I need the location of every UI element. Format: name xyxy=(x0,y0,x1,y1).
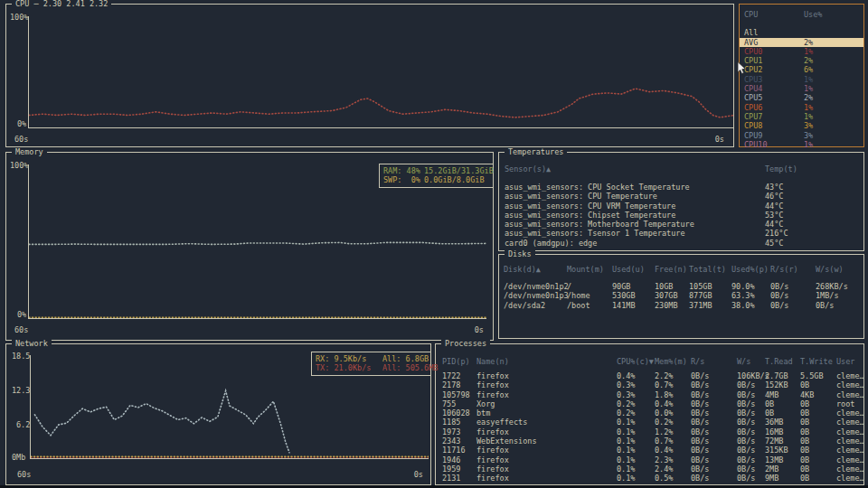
proc-col-twrite[interactable]: T.Write xyxy=(800,357,836,366)
memory-x-right-label: 0s xyxy=(475,325,484,334)
process-total-write: 0B xyxy=(800,455,836,465)
cpu-legend-col-name[interactable]: CPU xyxy=(744,10,804,19)
process-row[interactable]: 755 Xorg 0.2% 0.4% 0B/s 0B/s 0B 0B root xyxy=(436,399,863,408)
cpu-core-label: CPU1 xyxy=(744,56,804,65)
disks-col-usedpct[interactable]: Used%(p) xyxy=(731,265,770,274)
temperature-row[interactable]: asus_wmi_sensors: CPU VRM Temperature 44… xyxy=(499,202,863,211)
disks-col-mount[interactable]: Mount(m) xyxy=(567,265,612,274)
temperature-row[interactable]: asus_wmi_sensors: Chipset Temperature 53… xyxy=(499,211,863,220)
disk-used: 141MB xyxy=(612,301,655,310)
process-pid: 105798 xyxy=(442,390,476,399)
process-total-write: 0B xyxy=(800,418,836,427)
cpu-legend-row[interactable]: AVG 2% xyxy=(740,38,863,47)
cpu-core-label: CPU9 xyxy=(744,131,804,140)
process-total-read: 0B xyxy=(765,408,800,418)
disks-col-wps[interactable]: W/s(w) xyxy=(816,265,863,274)
process-user: cleme… xyxy=(836,418,863,427)
process-row[interactable]: 1946 firefox 0.1% 2.3% 0B/s 0B/s 13MB 0B… xyxy=(436,455,863,465)
disks-col-rps[interactable]: R/s(r) xyxy=(770,265,816,274)
disks-col-total[interactable]: Total(t) xyxy=(689,265,731,274)
cpu-legend-row[interactable]: All xyxy=(740,28,863,37)
disks-col-disk[interactable]: Disk(d)▲ xyxy=(504,265,567,274)
cpu-core-usage: 3% xyxy=(804,131,863,140)
process-read-rate: 0B/s xyxy=(691,408,737,418)
cpu-core-usage: 1% xyxy=(804,84,863,93)
process-name: btm xyxy=(476,408,617,418)
temperature-row[interactable]: asus_wmi_sensors: CPU Temperature 46°C xyxy=(499,192,863,201)
processes-panel[interactable]: Processes PID(p) Name(n) CPU%(c)▼ Mem%(m… xyxy=(435,343,864,485)
process-row[interactable]: 11716 firefox 0.1% 0.4% 0B/s 0B/s 315KB … xyxy=(436,446,863,455)
process-name: firefox xyxy=(476,465,617,474)
tx-total-label: All: 505.6MB xyxy=(382,363,438,372)
process-cpu: 0.4% xyxy=(617,371,655,380)
temperature-row[interactable]: card0 (amdgpu): edge 45°C xyxy=(499,239,863,248)
temps-col-sensor[interactable]: Sensor(s)▲ xyxy=(505,164,765,174)
process-row[interactable]: 1959 firefox 0.1% 2.4% 0B/s 0B/s 2MB 0B … xyxy=(436,465,863,474)
temperatures-panel[interactable]: Temperatures Sensor(s)▲ Temp(t) asus_wmi… xyxy=(498,152,864,251)
cpu-legend-row[interactable]: CPU2 6% xyxy=(740,65,863,74)
proc-col-mem[interactable]: Mem%(m) xyxy=(655,357,691,366)
memory-panel[interactable]: Memory 100% 0% 60s 0s RAM: 48% 15.2GiB/3… xyxy=(5,152,494,341)
cpu-legend-row[interactable]: CPU8 3% xyxy=(740,121,863,130)
network-panel[interactable]: Network 18.5 12.3 6.2 0Mb 60s 0s RX: 9.5… xyxy=(5,343,431,485)
proc-col-tread[interactable]: T.Read xyxy=(765,357,800,366)
temperature-row[interactable]: asus_wmi_sensors: CPU Socket Temperature… xyxy=(499,183,863,192)
memory-x-left-label: 60s xyxy=(14,325,28,334)
process-write-rate: 0B/s xyxy=(737,455,765,465)
process-mem: 0.0% xyxy=(655,408,691,418)
process-total-write: 4KB xyxy=(800,390,836,399)
memory-y-max-label: 100% xyxy=(10,161,28,170)
cpu-legend-row[interactable]: CPU4 1% xyxy=(740,84,863,93)
cpu-legend-row[interactable]: CPU10 1% xyxy=(740,140,863,149)
mouse-cursor-icon xyxy=(737,61,748,78)
cpu-legend-panel[interactable]: CPU Use% All AVG 2% CPU0 1% CPU1 2% CPU2… xyxy=(739,4,864,147)
cpu-legend-row[interactable]: CPU7 1% xyxy=(740,112,863,121)
process-total-write: 0B xyxy=(800,408,836,418)
process-row[interactable]: 1185 easyeffects 0.1% 0.2% 0B/s 0B/s 36M… xyxy=(436,418,863,427)
process-row[interactable]: 106028 btm 0.2% 0.0% 0B/s 0B/s 0B 0B cle… xyxy=(436,408,863,418)
process-row[interactable]: 2343 WebExtensions 0.1% 0.7% 0B/s 0B/s 7… xyxy=(436,436,863,446)
process-user: cleme… xyxy=(836,371,863,380)
disk-free: 10GB xyxy=(655,282,689,291)
process-row[interactable]: 1722 firefox 0.4% 2.2% 0B/s 106KB/s 2.7G… xyxy=(436,371,863,380)
cpu-panel[interactable]: CPU ─ 2.30 2.41 2.32 100% 0% 60s 0s xyxy=(5,4,734,147)
cpu-legend-row[interactable]: CPU1 2% xyxy=(740,56,863,65)
process-row[interactable]: 2131 firefox 0.1% 0.5% 0B/s 0B/s 9MB 0B … xyxy=(436,474,863,483)
proc-col-user[interactable]: User xyxy=(836,357,863,366)
process-mem: 0.4% xyxy=(655,446,691,455)
process-write-rate: 0B/s xyxy=(737,390,765,399)
cpu-legend-row[interactable]: CPU0 1% xyxy=(740,47,863,56)
process-write-rate: 0B/s xyxy=(737,408,765,418)
temperature-row[interactable]: asus_wmi_sensors: Tsensor 1 Temperature … xyxy=(499,229,863,238)
process-write-rate: 0B/s xyxy=(737,380,765,389)
cpu-legend-row[interactable]: CPU6 1% xyxy=(740,103,863,112)
process-row[interactable]: 2178 firefox 0.3% 0.7% 0B/s 0B/s 152KB 0… xyxy=(436,380,863,389)
proc-col-rps[interactable]: R/s xyxy=(691,357,737,366)
proc-col-pid[interactable]: PID(p) xyxy=(442,357,476,366)
process-mem: 0.4% xyxy=(655,399,691,408)
proc-col-cpu[interactable]: CPU%(c)▼ xyxy=(617,357,655,366)
process-row[interactable]: 105798 firefox 0.3% 1.8% 0B/s 0B/s 4MB 4… xyxy=(436,390,863,399)
process-total-read: 2.7GB xyxy=(765,371,800,380)
disks-panel[interactable]: Disks Disk(d)▲ Mount(m) Used(u) Free(n) … xyxy=(498,254,864,339)
cpu-legend-col-use[interactable]: Use% xyxy=(804,10,863,19)
cpu-legend-row[interactable]: CPU5 2% xyxy=(740,93,863,102)
disks-col-used[interactable]: Used(u) xyxy=(612,265,655,274)
cpu-core-label: CPU7 xyxy=(744,112,804,121)
proc-col-wps[interactable]: W/s xyxy=(737,357,765,366)
disks-col-free[interactable]: Free(n) xyxy=(655,265,689,274)
process-read-rate: 0B/s xyxy=(691,474,737,483)
process-total-read: 13MB xyxy=(765,455,800,465)
cpu-legend-row[interactable]: CPU9 3% xyxy=(740,131,863,140)
cpu-legend-row[interactable]: CPU3 1% xyxy=(740,75,863,84)
process-row[interactable]: 1973 firefox 0.1% 1.2% 0B/s 0B/s 16MB 0B… xyxy=(436,427,863,436)
disk-used: 530GB xyxy=(612,291,655,300)
disk-row[interactable]: /dev/nvme0n1p2 / 90GB 10GB 105GB 90.0% 0… xyxy=(499,282,863,291)
network-y-label-2: 12.3 xyxy=(12,386,30,395)
process-total-write: 0B xyxy=(800,446,836,455)
temperature-row[interactable]: asus_wmi_sensors: Motherboard Temperatur… xyxy=(499,220,863,229)
disk-row[interactable]: /dev/sda2 /boot 141MB 230MB 371MB 38.0% … xyxy=(499,301,863,310)
disk-row[interactable]: /dev/nvme0n1p3 /home 530GB 307GB 877GB 6… xyxy=(499,291,863,300)
proc-col-name[interactable]: Name(n) xyxy=(476,357,617,366)
temps-col-temp[interactable]: Temp(t) xyxy=(765,164,863,174)
